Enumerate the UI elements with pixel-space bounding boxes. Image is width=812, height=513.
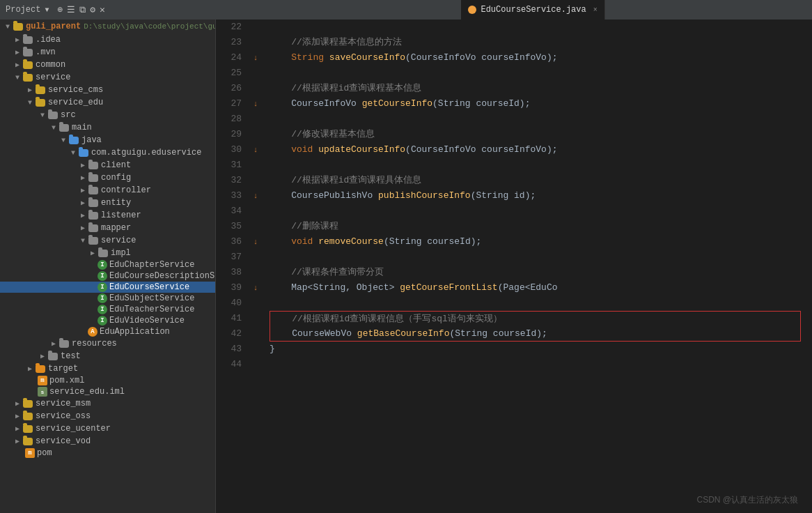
sidebar-item-service-cms[interactable]: ▶ service_cms [0,84,215,96]
arrow-right-icon17: ▶ [13,424,22,433]
title-dropdown-icon[interactable]: ▼ [45,6,49,14]
service-oss-icon [22,411,33,422]
code-area[interactable]: //添加课程基本信息的方法 String saveCourseInfo(Cour… [264,20,812,513]
arrow-down-icon3: ▼ [25,99,35,107]
impl-arrow-39: ↓ [253,284,258,292]
sidebar-item-edu-course-service[interactable]: I EduCourseService [0,282,215,293]
close-icon[interactable]: ✕ [100,4,105,15]
interface-icon-6: I [97,316,107,326]
code-line-23: //添加课程基本信息的方法 [270,35,806,50]
sidebar-item-test[interactable]: ▶ test [0,350,215,362]
editor-panel: 22 23 24 25 26 27 28 29 30 31 32 33 34 3… [216,20,812,513]
sidebar-item-edu-video[interactable]: I EduVideoService [0,315,215,326]
code-line-32: //根据课程id查询课程具体信息 [270,173,806,188]
impl-arrow-36: ↓ [253,238,258,246]
ln-42: 42 [221,326,242,342]
add-icon[interactable]: ⊕ [57,4,63,15]
pom-xml-icon: m [38,376,47,385]
gutter-31 [247,158,264,173]
arrow-right-icon11: ▶ [88,249,97,257]
sidebar-item-service-ucenter[interactable]: ▶ service_ucenter [0,422,215,435]
interface-icon-3: I [97,282,107,292]
sidebar-item-mvn[interactable]: ▶ .mvn [0,46,215,59]
target-label: target [48,364,78,374]
arrow-right-icon3: ▶ [13,61,22,69]
gutter-24: ↓ [247,50,264,66]
sidebar-item-resources[interactable]: ▶ resources [0,337,215,350]
sidebar-item-src[interactable]: ▼ src [0,109,215,121]
sidebar-item-common[interactable]: ▶ common [0,59,215,71]
edu-chapter-label: EduChapterService [109,260,194,270]
sidebar-item-service-oss[interactable]: ▶ service_oss [0,410,215,422]
gutter: ↓ ↓ ↓ ↓ ↓ [247,20,264,513]
service-msm-label: service_msm [36,399,91,408]
ln-34: 34 [221,204,242,219]
sidebar-item-pom-xml[interactable]: m pom.xml [0,375,215,386]
edu-subject-label: EduSubjectService [109,293,194,303]
ln-23: 23 [221,35,242,50]
sidebar-item-java[interactable]: ▼ java [0,134,215,146]
tab-close-button[interactable]: × [593,6,598,14]
idea-folder-icon [22,34,33,45]
list-icon[interactable]: ☰ [67,4,75,15]
edu-video-label: EduVideoService [109,316,185,326]
ln-44: 44 [221,357,242,372]
common-label: common [36,60,65,70]
client-label: client [101,160,131,170]
common-folder-icon [22,59,33,70]
editor-content[interactable]: 22 23 24 25 26 27 28 29 30 31 32 33 34 3… [216,20,812,513]
sidebar[interactable]: ▼ guli_parent D:\study\java\code\project… [0,20,216,513]
arrow-right-icon18: ▶ [13,437,22,445]
pom-root-icon: m [25,448,35,458]
sidebar-item-target[interactable]: ▶ target [0,362,215,375]
sidebar-item-edu-course-desc[interactable]: I EduCourseDescriptionSe... [0,270,215,282]
class-icon-1: A [88,327,97,337]
service-folder-icon [22,72,33,83]
sidebar-item-mapper[interactable]: ▶ mapper [0,222,215,234]
sidebar-item-service-vod[interactable]: ▶ service_vod [0,435,215,447]
editor-tab-active[interactable]: EduCourseService.java × [461,0,604,20]
sidebar-item-entity[interactable]: ▶ entity [0,197,215,209]
gutter-30: ↓ [247,142,264,158]
pom-xml-label: pom.xml [49,376,84,385]
sidebar-item-edu-app[interactable]: A EduApplication [0,326,215,337]
code-line-39: Map<String, Object> getCourseFrontList(P… [270,280,806,296]
sidebar-item-service-edu[interactable]: ▼ service_edu [0,96,215,109]
split-icon[interactable]: ⧉ [79,5,86,15]
sidebar-item-edu-chapter-service[interactable]: I EduChapterService [0,259,215,270]
sidebar-item-config[interactable]: ▶ config [0,171,215,184]
sidebar-item-pom-root[interactable]: m pom [0,447,215,459]
config-label: config [101,173,131,183]
impl-arrow-33: ↓ [253,192,258,200]
gutter-27: ↓ [247,96,264,112]
sidebar-item-service-edu-iml[interactable]: s service_edu.iml [0,386,215,397]
service-edu-label: service_edu [48,98,103,107]
sidebar-item-controller[interactable]: ▶ controller [0,184,215,197]
sidebar-item-impl[interactable]: ▶ impl [0,247,215,259]
sidebar-item-client[interactable]: ▶ client [0,159,215,171]
code-line-35: //删除课程 [270,219,806,234]
sidebar-item-service-msm[interactable]: ▶ service_msm [0,397,215,410]
code-line-40 [270,296,806,311]
idea-label: .idea [36,35,61,45]
ln-36: 36 [221,234,242,250]
sidebar-item-package[interactable]: ▼ com.atguigu.eduservice [0,146,215,159]
sidebar-item-idea[interactable]: ▶ .idea [0,33,215,46]
sidebar-item-service-sub[interactable]: ▼ service [0,234,215,247]
settings-icon[interactable]: ⚙ [90,4,95,15]
project-title: Project [6,5,40,15]
arrow-down-icon8: ▼ [78,237,88,245]
sidebar-item-root[interactable]: ▼ guli_parent D:\study\java\code\project… [0,20,215,33]
gutter-22 [247,20,264,35]
main-layout: ▼ guli_parent D:\study\java\code\project… [0,20,812,513]
sidebar-item-main[interactable]: ▼ main [0,121,215,134]
listener-label: listener [101,210,141,220]
arrow-right-icon: ▶ [13,36,22,44]
sidebar-item-edu-teacher[interactable]: I EduTeacherService [0,304,215,315]
sidebar-item-service[interactable]: ▼ service [0,71,215,84]
sidebar-item-edu-subject[interactable]: I EduSubjectService [0,293,215,304]
impl-arrow-27: ↓ [253,100,258,108]
sidebar-item-listener[interactable]: ▶ listener [0,209,215,222]
gutter-38 [247,265,264,280]
mvn-label: .mvn [36,47,56,57]
